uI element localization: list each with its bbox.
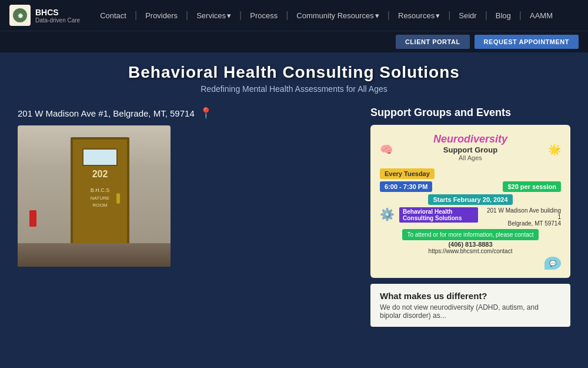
- nav-div-3: |: [239, 10, 242, 21]
- support-section-title: Support Groups and Events: [370, 107, 570, 119]
- nav-process[interactable]: Process: [244, 8, 283, 24]
- nav-div-4: |: [286, 10, 288, 21]
- org-icon: ⚙️: [380, 207, 395, 221]
- flyer-group-name: Support Group: [433, 145, 507, 154]
- hero-subtitle: Redefining Mental Health Assessments for…: [0, 84, 588, 94]
- flyer-time-row: 6:00 - 7:30 PM $20 per session: [380, 181, 561, 192]
- nav-div-8: |: [519, 10, 522, 21]
- flyer-right-icon: 🌟: [548, 143, 561, 156]
- flyer-starts-badge: Starts February 20, 2024: [428, 194, 512, 205]
- different-title: What makes us different?: [380, 291, 561, 301]
- different-section: What makes us different? We do not view …: [370, 284, 570, 327]
- left-column: 201 W Madison Ave #1, Belgrade, MT, 5971…: [18, 107, 353, 327]
- flyer-card: 🧠 Neurodiversity Support Group All Ages …: [370, 125, 570, 278]
- address-text: 201 W Madison Ave #1, Belgrade, MT, 5971…: [18, 108, 195, 118]
- right-column: Support Groups and Events 🧠 Neurodiversi…: [370, 107, 570, 327]
- flyer-bhcs-badge: Behavioral Health Consulting Solutions: [399, 207, 478, 223]
- door-background: 202 B.H.C.SNATURE ROOM: [18, 125, 171, 267]
- flyer-left-icon: 🧠: [380, 143, 393, 156]
- different-text: We do not view neurodiversity (ADHD, aut…: [380, 303, 561, 320]
- door-number: 202: [92, 169, 108, 180]
- nav-blog[interactable]: Blog: [490, 8, 517, 24]
- navbar: ❋ BHCS Data-driven Care Contact | Provid…: [0, 0, 588, 31]
- flyer-time-badge: 6:00 - 7:30 PM: [380, 181, 432, 192]
- building-photo: 202 B.H.C.SNATURE ROOM: [18, 125, 171, 267]
- main-content: 201 W Madison Ave #1, Belgrade, MT, 5971…: [0, 107, 588, 327]
- nav-div-5: |: [387, 10, 390, 21]
- nav-contact[interactable]: Contact: [94, 8, 132, 24]
- flyer-address: 201 W Madison Ave building 1 Belgrade, M…: [483, 207, 562, 227]
- location-icon[interactable]: 📍: [199, 107, 212, 120]
- client-portal-button[interactable]: CLIENT PORTAL: [396, 35, 470, 49]
- fire-extinguisher: [29, 210, 36, 227]
- nav-seidr[interactable]: Seidr: [453, 8, 482, 24]
- nav-links: Contact | Providers | Services ▾ | Proce…: [94, 8, 579, 24]
- nav-resources[interactable]: Resources ▾: [392, 8, 446, 24]
- svg-text:❋: ❋: [18, 12, 24, 19]
- nav-div-1: |: [135, 10, 137, 21]
- logo-icon: ❋: [9, 5, 31, 26]
- flyer-contact-badge: To attend or for more information, pleas…: [402, 229, 538, 240]
- hallway-floor: [18, 243, 171, 267]
- door-frame: 202 B.H.C.SNATURE ROOM: [71, 137, 129, 249]
- flyer-starts-row: Starts February 20, 2024: [380, 195, 561, 204]
- flyer-schedule-row: Every Tuesday: [380, 168, 561, 179]
- nav-services[interactable]: Services ▾: [191, 8, 237, 24]
- flyer-info-row: ⚙️ Behavioral Health Consulting Solution…: [380, 207, 561, 227]
- nav-div-7: |: [485, 10, 487, 21]
- services-chevron-icon: ▾: [227, 11, 231, 20]
- nav-providers[interactable]: Providers: [139, 8, 183, 24]
- community-chevron-icon: ▾: [375, 11, 379, 20]
- door-window: [82, 148, 118, 166]
- nav-div-6: |: [448, 10, 450, 21]
- flyer-chat-bubble: 💬: [380, 257, 561, 270]
- flyer-contact-section: To attend or for more information, pleas…: [380, 230, 561, 238]
- flyer-phone: (406) 813-8883: [380, 241, 561, 248]
- flyer-neurodiversity-title: Neurodiversity: [433, 133, 507, 145]
- logo-text-block: BHCS Data-driven Care: [35, 8, 80, 24]
- nav-aamm[interactable]: AAMM: [524, 8, 559, 24]
- chat-icon: 💬: [544, 257, 561, 270]
- resources-chevron-icon: ▾: [436, 11, 440, 20]
- nav-div-2: |: [186, 10, 188, 21]
- button-row: CLIENT PORTAL REQUEST APPOINTMENT: [0, 31, 588, 52]
- door-sign: B.H.C.SNATURE ROOM: [86, 187, 113, 209]
- logo-area[interactable]: ❋ BHCS Data-driven Care: [9, 5, 80, 26]
- hero-section: Behavioral Health Consulting Solutions R…: [0, 52, 588, 100]
- request-appointment-button[interactable]: REQUEST APPOINTMENT: [475, 35, 579, 49]
- hero-title: Behavioral Health Consulting Solutions: [0, 63, 588, 82]
- nav-community-resources[interactable]: Community Resources ▾: [290, 8, 385, 24]
- logo-title: BHCS: [35, 8, 80, 17]
- flyer-url: https://www.bhcsmt.com/contact: [380, 248, 561, 254]
- door-handle: [116, 193, 120, 204]
- flyer-all-ages: All Ages: [433, 154, 507, 161]
- address-row: 201 W Madison Ave #1, Belgrade, MT, 5971…: [18, 107, 353, 120]
- flyer-price-badge: $20 per session: [503, 181, 561, 192]
- logo-subtitle: Data-driven Care: [35, 17, 80, 24]
- flyer-schedule-badge: Every Tuesday: [380, 168, 435, 179]
